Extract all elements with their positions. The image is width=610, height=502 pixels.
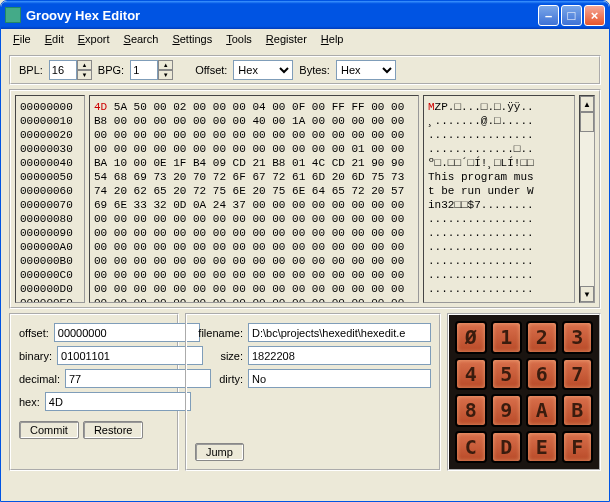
keypad-B[interactable]: B — [562, 394, 593, 427]
scroll-down-button[interactable]: ▼ — [580, 286, 594, 302]
offset-format-select[interactable]: Hex — [233, 60, 293, 80]
hex-input[interactable] — [45, 392, 191, 411]
hex-label: hex: — [19, 396, 40, 408]
menu-register[interactable]: Register — [260, 31, 313, 47]
filename-label: filename: — [195, 327, 243, 339]
hex-keypad: Ø123456789ABCDEF — [447, 313, 601, 471]
byte-info-panel: offset: binary: decimal: hex: Commit Res… — [9, 313, 179, 471]
keypad-E[interactable]: E — [526, 431, 557, 464]
offset-format-label: Offset: — [195, 64, 227, 76]
keypad-5[interactable]: 5 — [491, 358, 522, 391]
commit-button[interactable]: Commit — [19, 421, 79, 439]
keypad-F[interactable]: F — [562, 431, 593, 464]
close-button[interactable]: × — [584, 5, 605, 26]
menu-settings[interactable]: Settings — [166, 31, 218, 47]
offset-input[interactable] — [54, 323, 200, 342]
size-label: size: — [195, 350, 243, 362]
dirty-label: dirty: — [195, 373, 243, 385]
bpl-input[interactable] — [49, 60, 77, 80]
file-info-panel: filename: size: dirty: Jump — [185, 313, 441, 471]
decimal-label: decimal: — [19, 373, 60, 385]
keypad-0[interactable]: Ø — [455, 321, 486, 354]
jump-button[interactable]: Jump — [195, 443, 244, 461]
size-input[interactable] — [248, 346, 431, 365]
ascii-column[interactable]: MZP.□...□.□.ÿÿ..¸.......@.□.............… — [423, 95, 575, 303]
bpl-down-button[interactable]: ▼ — [77, 70, 92, 80]
filename-input[interactable] — [248, 323, 431, 342]
bpg-input[interactable] — [130, 60, 158, 80]
bytes-format-label: Bytes: — [299, 64, 330, 76]
keypad-C[interactable]: C — [455, 431, 486, 464]
menu-export[interactable]: Export — [72, 31, 116, 47]
keypad-A[interactable]: A — [526, 394, 557, 427]
bpg-label: BPG: — [98, 64, 124, 76]
keypad-3[interactable]: 3 — [562, 321, 593, 354]
menu-search[interactable]: Search — [118, 31, 165, 47]
scroll-track[interactable] — [580, 112, 594, 286]
dirty-input[interactable] — [248, 369, 431, 388]
keypad-9[interactable]: 9 — [491, 394, 522, 427]
offset-label: offset: — [19, 327, 49, 339]
menu-file[interactable]: File — [7, 31, 37, 47]
hex-panel: 00000000 00000010 00000020 00000030 0000… — [9, 89, 601, 309]
menubar: FileEditExportSearchSettingsToolsRegiste… — [1, 29, 609, 49]
bytes-column[interactable]: 4D 5A 50 00 02 00 00 00 04 00 0F 00 FF F… — [89, 95, 419, 303]
app-window: Groovy Hex Editor – □ × FileEditExportSe… — [0, 0, 610, 502]
keypad-8[interactable]: 8 — [455, 394, 486, 427]
minimize-button[interactable]: – — [538, 5, 559, 26]
bpg-down-button[interactable]: ▼ — [158, 70, 173, 80]
offset-column[interactable]: 00000000 00000010 00000020 00000030 0000… — [15, 95, 85, 303]
bpg-up-button[interactable]: ▲ — [158, 60, 173, 70]
keypad-2[interactable]: 2 — [526, 321, 557, 354]
keypad-D[interactable]: D — [491, 431, 522, 464]
bpl-up-button[interactable]: ▲ — [77, 60, 92, 70]
menu-tools[interactable]: Tools — [220, 31, 258, 47]
bytes-format-select[interactable]: Hex — [336, 60, 396, 80]
window-title: Groovy Hex Editor — [26, 8, 538, 23]
vertical-scrollbar[interactable]: ▲ ▼ — [579, 95, 595, 303]
restore-button[interactable]: Restore — [83, 421, 144, 439]
keypad-1[interactable]: 1 — [491, 321, 522, 354]
titlebar[interactable]: Groovy Hex Editor – □ × — [1, 1, 609, 29]
keypad-4[interactable]: 4 — [455, 358, 486, 391]
binary-label: binary: — [19, 350, 52, 362]
maximize-button[interactable]: □ — [561, 5, 582, 26]
bpl-label: BPL: — [19, 64, 43, 76]
menu-edit[interactable]: Edit — [39, 31, 70, 47]
keypad-7[interactable]: 7 — [562, 358, 593, 391]
toolbar-panel: BPL: ▲▼ BPG: ▲▼ Offset: Hex Bytes: Hex — [9, 55, 601, 85]
app-icon — [5, 7, 21, 23]
scroll-thumb[interactable] — [580, 112, 594, 132]
menu-help[interactable]: Help — [315, 31, 350, 47]
scroll-up-button[interactable]: ▲ — [580, 96, 594, 112]
binary-input[interactable] — [57, 346, 203, 365]
keypad-6[interactable]: 6 — [526, 358, 557, 391]
